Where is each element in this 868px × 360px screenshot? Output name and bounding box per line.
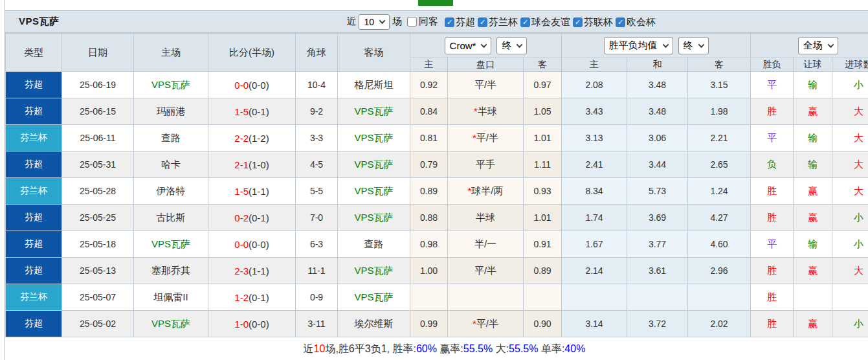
corners-cell: 6-3 [296, 231, 338, 258]
same-opponent-checkbox[interactable] [407, 17, 417, 27]
result-handicap-cell: 赢 [794, 205, 832, 231]
score-cell: 2-1(1-0) [208, 152, 296, 178]
match-count-select[interactable]: 10 [359, 14, 390, 30]
halftime-score: (0-0) [249, 80, 269, 91]
result-wdl-cell: 胜 [751, 258, 794, 284]
home-team-cell: VPS瓦萨 [134, 72, 208, 98]
date-cell: 25-06-15 [62, 98, 134, 125]
eu-draw-odds-cell: 3.44 [627, 152, 688, 178]
eu-away-odds-cell [688, 284, 751, 311]
match-row: 芬超25-05-13塞那乔其2-3(1-1)11-1VPS瓦萨1.00平/半0.… [6, 258, 868, 284]
ah-line-cell: *平/半 [448, 125, 524, 152]
subcol-result-goals: 进球数 [832, 58, 868, 72]
chevron-down-icon [662, 41, 669, 48]
subcol-eu-home: 主 [562, 58, 627, 72]
ah-home-odds-cell: 1.00 [410, 258, 448, 284]
summary-segment: 赢率: [437, 343, 463, 356]
handicap-line-text: 平手 [476, 159, 495, 170]
date-cell: 25-05-18 [62, 231, 134, 258]
result-goals-cell: 小 [832, 72, 868, 98]
ah-home-odds-cell: 0.89 [410, 178, 448, 205]
eu-draw-odds-cell: 3.06 [627, 125, 688, 152]
fulltime-score: 1-5 [234, 106, 249, 117]
scope-value: 全场 [803, 39, 823, 52]
eu-home-odds-cell: 2.14 [562, 258, 627, 284]
league-badge-cell: 芬超 [6, 72, 62, 98]
league-checkbox[interactable] [616, 17, 625, 27]
ah-line-cell: 半/一 [448, 231, 524, 258]
ah-away-odds-cell: 1.01 [524, 205, 562, 231]
subcol-ah-away: 客 [524, 58, 562, 72]
result-goals-cell: 大 [832, 125, 868, 152]
league-checkbox-label: 欧会杯 [627, 16, 656, 28]
league-badge-cell: 芬超 [6, 311, 62, 337]
league-checkbox[interactable] [573, 17, 583, 27]
summary-footer: 近10场,胜6平3负1, 胜率:60% 赢率:55.5% 大:55.5% 单率:… [5, 337, 868, 360]
match-row: 芬兰杯25-05-28伊洛特1-5(1-1)5-5VPS瓦萨0.89*球半/两0… [6, 178, 868, 205]
league-badge-cell: 芬兰杯 [6, 125, 62, 152]
col-header-type: 类型 [6, 34, 62, 72]
panel-title-bar: VPS瓦萨 近 10 场 同客 芬超芬兰杯球会友谊芬联杯欧会杯 [5, 11, 868, 33]
home-team-cell: VPS瓦萨 [134, 231, 208, 258]
eu-draw-odds-cell: 3.61 [627, 258, 688, 284]
halftime-score: (0-0) [249, 319, 269, 330]
col-header-away: 客场 [338, 34, 410, 72]
result-goals-cell: 小 [832, 231, 868, 258]
league-checkbox-label: 球会友谊 [531, 16, 570, 28]
europe-time-value: 终 [684, 39, 693, 52]
ah-away-odds-cell: 0.89 [524, 258, 562, 284]
league-filter-item: 芬兰杯 [478, 16, 518, 28]
eu-home-odds-cell: 3.13 [562, 125, 627, 152]
score-cell: 1-5(1-1) [208, 178, 296, 205]
ah-odds-group-header: Crow* 终 [410, 34, 562, 58]
fulltime-score: 1-5 [234, 186, 249, 197]
eu-away-odds-cell: 2.02 [688, 311, 751, 337]
date-cell: 25-06-11 [62, 125, 134, 152]
league-checkbox[interactable] [520, 17, 530, 27]
filter-controls: 近 10 场 同客 芬超芬兰杯球会友谊芬联杯欧会杯 [346, 14, 656, 30]
ah-home-odds-cell: 0.88 [410, 205, 448, 231]
games-label: 场 [392, 16, 402, 28]
col-header-corners: 角球 [296, 34, 338, 72]
league-checkbox[interactable] [445, 17, 454, 27]
result-goals-cell: 小 [832, 311, 868, 337]
halftime-score: (0-1) [249, 292, 269, 303]
ah-time-select[interactable]: 终 [496, 37, 527, 54]
league-badge-cell: 芬超 [6, 152, 62, 178]
fulltime-score: 2-2 [234, 133, 249, 144]
away-team-cell: VPS瓦萨 [338, 258, 410, 284]
bookmaker-select[interactable]: Crow* [445, 37, 492, 54]
corners-cell: 7-0 [296, 205, 338, 231]
date-cell: 25-05-13 [62, 258, 134, 284]
europe-time-select[interactable]: 终 [678, 37, 709, 54]
summary-segment: 55.5% [463, 343, 493, 355]
scope-select[interactable]: 全场 [798, 37, 838, 54]
ah-line-cell: 平/半 [448, 72, 524, 98]
eu-draw-odds-cell: 3.48 [627, 98, 688, 125]
ah-away-odds-cell: 1.11 [524, 152, 562, 178]
eu-home-odds-cell: 8.34 [562, 178, 627, 205]
fulltime-score: 1-0 [234, 319, 249, 330]
league-badge-cell: 芬兰杯 [6, 178, 62, 205]
subcol-ah-home: 主 [410, 58, 448, 72]
clipped-green-button[interactable] [418, 0, 453, 6]
eu-odds-group-header: 胜平负均值 终 [562, 34, 751, 58]
league-filter-item: 芬联杯 [573, 16, 613, 28]
result-handicap-cell: 赢 [794, 178, 832, 205]
corners-cell: 3-11 [296, 311, 338, 337]
result-handicap-cell: 赢 [794, 258, 832, 284]
halftime-score: (0-1) [249, 212, 269, 223]
result-wdl-cell: 胜 [751, 311, 794, 337]
match-row: 芬超25-06-19VPS瓦萨0-0(0-0)10-4格尼斯坦0.92平/半0.… [6, 72, 868, 98]
summary-segment: 单率: [538, 343, 564, 356]
result-wdl-cell: 平 [751, 231, 794, 258]
eu-home-odds-cell: 1.74 [562, 205, 627, 231]
europe-avg-select[interactable]: 胜平负均值 [604, 37, 673, 54]
eu-draw-odds-cell: 3.69 [627, 205, 688, 231]
league-checkbox[interactable] [478, 17, 487, 27]
league-checkbox-label: 芬兰杯 [489, 16, 518, 28]
subcol-ah-line: 盘口 [448, 58, 524, 72]
corners-cell: 9-2 [296, 98, 338, 125]
eu-draw-odds-cell: 3.48 [627, 72, 688, 98]
date-cell: 25-06-19 [62, 72, 134, 98]
